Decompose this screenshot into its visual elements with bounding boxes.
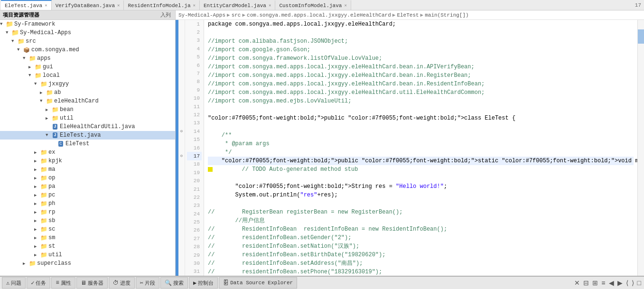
bottom-btn-3[interactable]: ⊞	[591, 278, 599, 288]
tree-arrow[interactable]: ▼	[0, 22, 6, 27]
tree-arrow[interactable]: ▶	[34, 193, 40, 198]
tree-item[interactable]: ▼ 📦 com.songya.med	[0, 46, 175, 54]
tree-item[interactable]: ▶ 📁 sb	[0, 216, 175, 225]
tree-arrow[interactable]: ▶	[34, 210, 40, 215]
tree-item[interactable]: ▼ 📁 jxxgyy	[0, 80, 175, 88]
tree-label: com.songya.med	[31, 47, 79, 53]
tree-arrow[interactable]: ▶	[46, 116, 51, 121]
bottom-tab-服务器[interactable]: 🖥服务器	[76, 277, 108, 289]
fold-cell[interactable]: ⊖	[178, 152, 185, 160]
tab-eletest[interactable]: EleTest.java ✕	[1, 0, 52, 10]
tree-arrow[interactable]: ▶	[34, 158, 40, 164]
tree-item[interactable]: ▼ 📁 Sy-Framework	[0, 20, 175, 28]
tree-item[interactable]: ▶ 📁 ph	[0, 199, 175, 208]
tree-item[interactable]: ▶ 📁 ab	[0, 88, 175, 97]
tab-entitycardmodel[interactable]: EntityCardModel.java ✕	[200, 0, 275, 10]
code-content[interactable]: package com.songya.med.apps.local.jxxgyy…	[204, 20, 637, 276]
tree-item[interactable]: ▶ 📁 sm	[0, 233, 175, 242]
tree-item[interactable]: C EleTest	[0, 140, 175, 148]
tree-label: Sy-Medical-Apps	[20, 29, 71, 36]
tree-item[interactable]: ▶ 📁 op	[0, 174, 175, 182]
code-scrollbar[interactable]	[637, 20, 644, 276]
fold-cell[interactable]: ⊖	[178, 127, 185, 135]
bottom-btn-7[interactable]: ⟨	[625, 278, 629, 288]
tree-arrow[interactable]: ▶	[34, 184, 40, 189]
tree-arrow[interactable]: ▶	[34, 227, 40, 232]
bottom-tab-搜索[interactable]: 🔍搜索	[160, 277, 188, 289]
tree-item[interactable]: ▶ 📁 ma	[0, 165, 175, 174]
code-text: // residentInfoBean.setPhone("1832916301…	[208, 268, 382, 276]
project-tree[interactable]: ▼ 📁 Sy-Framework ▼ 📁 Sy-Medical-Apps ▼ 📁…	[0, 20, 175, 276]
tree-item[interactable]: ▶ 📁 rp	[0, 208, 175, 216]
tab-custominfomodel[interactable]: CustomInfoModel.java ✕	[275, 0, 351, 10]
tree-arrow[interactable]: ▼	[28, 73, 34, 78]
tree-item[interactable]: ▶ 📁 ex	[0, 148, 175, 157]
tree-arrow[interactable]: ▶	[40, 90, 46, 95]
tab-entitycardmodel-close[interactable]: ✕	[269, 3, 271, 8]
fold-marker[interactable]: ⊖	[180, 129, 183, 134]
bottom-btn-4[interactable]: ≡	[600, 278, 606, 288]
tree-arrow[interactable]: ▼	[11, 39, 17, 44]
tree-arrow[interactable]: ▼	[17, 47, 23, 52]
tree-item[interactable]: ▶ 📁 bean	[0, 105, 175, 114]
tree-arrow[interactable]: ▶	[34, 201, 40, 206]
tree-item[interactable]: ▼ 📁 apps	[0, 54, 175, 63]
tree-arrow[interactable]: ▼	[46, 133, 51, 138]
tab-verifydatabean[interactable]: VerifyDataBean.java ✕	[52, 0, 124, 10]
tree-item[interactable]: ▶ 📁 pc	[0, 191, 175, 199]
tab-residentinfomodel-close[interactable]: ✕	[193, 3, 196, 8]
tree-item[interactable]: ▼ J EleTest.java	[0, 131, 175, 140]
tree-arrow[interactable]: ▶	[34, 167, 40, 172]
tab-eletest-close[interactable]: ✕	[45, 3, 47, 8]
bottom-btn-1[interactable]: ✕	[573, 278, 581, 288]
tree-item[interactable]: ▼ 📁 local	[0, 71, 175, 80]
bottom-btn-5[interactable]: ◀	[608, 278, 615, 288]
tree-arrow[interactable]: ▶	[34, 235, 40, 241]
tree-icon-folder: 📁	[28, 55, 36, 62]
tree-arrow[interactable]: ▶	[34, 150, 40, 155]
tree-arrow[interactable]: ▼	[34, 82, 40, 86]
bottom-tab-进度[interactable]: ⏱进度	[109, 277, 135, 289]
bottom-tab-data-source-explorer[interactable]: 🗄Data Source Explorer	[219, 277, 297, 289]
bottom-tab-问题[interactable]: ⚠问题	[2, 277, 26, 289]
tree-item[interactable]: ▶ 📁 superclass	[0, 259, 175, 268]
tree-arrow[interactable]: ▶	[28, 65, 34, 70]
tree-arrow[interactable]: ▶	[34, 252, 40, 258]
tree-arrow[interactable]: ▶	[34, 218, 40, 224]
tree-item[interactable]: ▶ 📁 sc	[0, 225, 175, 233]
tree-item[interactable]: J EleHealthCardUtil.java	[0, 122, 175, 131]
code-text: //用户信息	[208, 216, 265, 225]
tree-arrow[interactable]: ▶	[34, 176, 40, 181]
panel-toolbar-btn[interactable]: 入列	[159, 11, 172, 19]
tree-arrow[interactable]: ▼	[6, 30, 11, 35]
bottom-btn-6[interactable]: ▶	[616, 278, 624, 288]
tree-arrow[interactable]: ▼	[40, 99, 46, 103]
tree-arrow[interactable]: ▶	[23, 261, 28, 266]
bottom-tab-片段[interactable]: ✂片段	[136, 277, 159, 289]
bottom-tab-任务[interactable]: ✓任务	[27, 277, 50, 289]
bottom-tab-控制台[interactable]: ▶控制台	[189, 277, 218, 289]
tree-item[interactable]: ▶ 📁 pa	[0, 182, 175, 191]
tree-item[interactable]: ▶ 📁 kpjk	[0, 157, 175, 165]
tree-item[interactable]: ▼ 📁 src	[0, 37, 175, 46]
tree-item[interactable]: ▼ 📁 Sy-Medical-Apps	[0, 28, 175, 37]
tree-item[interactable]: ▶ 📁 st	[0, 242, 175, 251]
tree-arrow[interactable]: ▶	[34, 244, 40, 249]
tree-label: ma	[48, 166, 55, 173]
bottom-btn-2[interactable]: ⊟	[582, 278, 590, 288]
tree-item[interactable]: ▼ 📁 eleHealthCard	[0, 97, 175, 105]
tab-verifydatabean-close[interactable]: ✕	[117, 3, 120, 8]
bottom-tab-属性[interactable]: ≡属性	[51, 277, 75, 289]
tree-item[interactable]: ▶ 📁 util	[0, 114, 175, 122]
bottom-btn-8[interactable]: ⟩	[631, 278, 635, 288]
tree-item[interactable]: ▶ 📁 gui	[0, 63, 175, 71]
tab-residentinfomodel[interactable]: ResidentInfoModel.ja ✕	[124, 0, 199, 10]
tree-icon-folder: 📁	[40, 225, 47, 233]
tree-icon-folder: 📁	[40, 157, 47, 165]
tree-arrow[interactable]: ▶	[46, 107, 51, 112]
tree-arrow[interactable]: ▼	[23, 56, 28, 61]
tree-item[interactable]: ▶ 📁 util	[0, 251, 175, 259]
bottom-btn-9[interactable]: □	[636, 278, 642, 288]
fold-marker[interactable]: ⊖	[180, 153, 183, 158]
tab-custominfomodel-close[interactable]: ✕	[344, 3, 346, 8]
